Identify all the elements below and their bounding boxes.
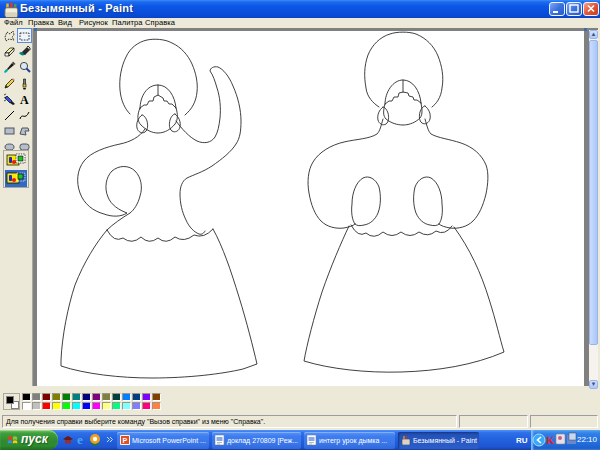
svg-text:A: A: [20, 93, 29, 107]
svg-text:K: K: [546, 434, 555, 446]
svg-text:e: e: [77, 432, 83, 447]
svg-text:P: P: [123, 437, 128, 444]
